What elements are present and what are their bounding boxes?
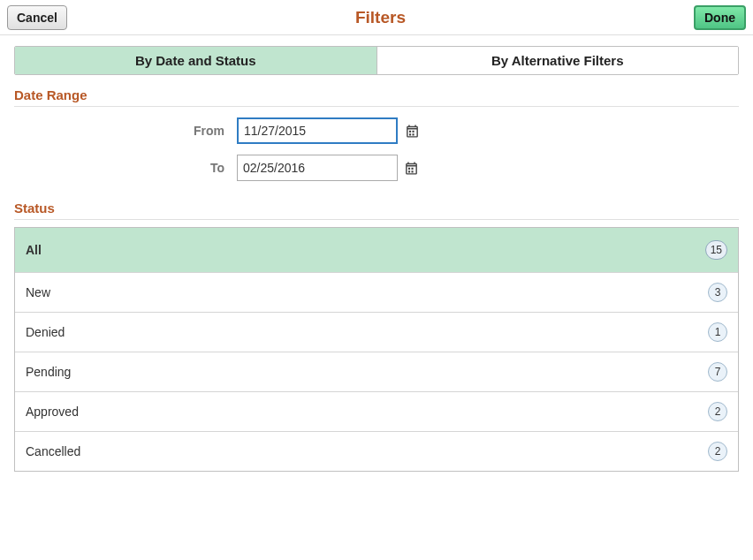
from-label: From [14, 124, 237, 138]
status-item-cancelled[interactable]: Cancelled 2 [15, 431, 738, 471]
status-count-badge: 2 [708, 402, 727, 421]
tab-by-date-status[interactable]: By Date and Status [15, 47, 376, 74]
status-item-pending[interactable]: Pending 7 [15, 352, 738, 391]
to-label: To [14, 161, 237, 175]
cancel-button[interactable]: Cancel [7, 5, 67, 30]
status-item-approved[interactable]: Approved 2 [15, 391, 738, 431]
status-item-new[interactable]: New 3 [15, 272, 738, 312]
status-count-badge: 2 [708, 442, 727, 461]
status-section-label: Status [14, 201, 739, 216]
status-item-label: Pending [26, 365, 71, 379]
done-button[interactable]: Done [694, 5, 746, 30]
status-item-label: Cancelled [26, 444, 80, 458]
status-item-label: Approved [26, 405, 79, 419]
calendar-icon[interactable] [403, 155, 419, 180]
date-range-section-label: Date Range [14, 87, 739, 102]
status-list: All 15 New 3 Denied 1 Pending 7 Approved… [14, 227, 739, 472]
calendar-icon[interactable] [404, 119, 420, 142]
to-date-row: To [14, 155, 739, 181]
status-item-label: All [26, 243, 42, 257]
divider [14, 219, 739, 220]
from-date-input[interactable] [239, 120, 404, 141]
to-date-input[interactable] [238, 157, 403, 178]
status-count-badge: 3 [708, 283, 727, 302]
filter-tabs: By Date and Status By Alternative Filter… [14, 46, 739, 75]
status-item-denied[interactable]: Denied 1 [15, 312, 738, 352]
status-item-label: New [26, 285, 50, 299]
status-count-badge: 1 [708, 322, 727, 342]
from-date-row: From [14, 117, 739, 144]
from-date-wrapper [237, 117, 398, 144]
status-count-badge: 15 [705, 240, 727, 260]
to-date-wrapper [237, 155, 398, 181]
status-count-badge: 7 [708, 362, 727, 382]
status-item-label: Denied [26, 325, 65, 339]
status-item-all[interactable]: All 15 [15, 228, 738, 272]
page-header: Cancel Filters Done [0, 0, 753, 35]
divider [14, 106, 739, 107]
page-title: Filters [67, 8, 694, 27]
tab-by-alternative[interactable]: By Alternative Filters [376, 47, 739, 74]
